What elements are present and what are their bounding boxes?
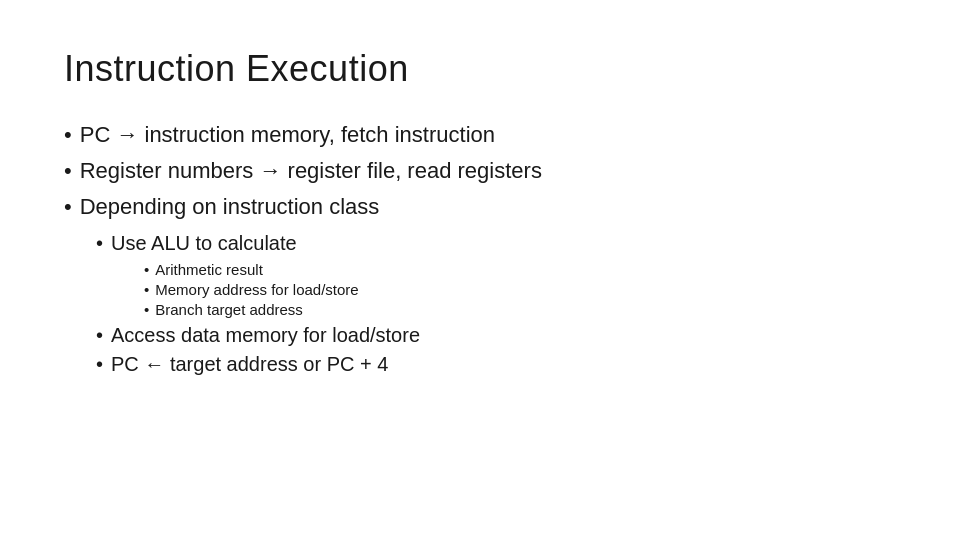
- sub-sub-bullet-1: • Arithmetic result: [144, 261, 896, 278]
- sub-sub-bullet-3: • Branch target address: [144, 301, 896, 318]
- sub-bullet-1-text: Use ALU to calculate: [111, 232, 297, 255]
- sub-sub-bullet-2: • Memory address for load/store: [144, 281, 896, 298]
- sub-bullet-3-text: PC ← target address or PC + 4: [111, 353, 388, 376]
- sub-sub-bullet-3-text: Branch target address: [155, 301, 303, 318]
- sub-sub-bullet-1-dot: •: [144, 261, 149, 278]
- bullet-1-text: PC → instruction memory, fetch instructi…: [80, 122, 495, 148]
- sub-sub-bullet-2-text: Memory address for load/store: [155, 281, 358, 298]
- sub-group-1: • Use ALU to calculate • Arithmetic resu…: [64, 232, 896, 382]
- sub-bullet-2-dot: •: [96, 324, 103, 347]
- sub-sub-bullet-2-dot: •: [144, 281, 149, 298]
- bullet-3-text: Depending on instruction class: [80, 194, 380, 220]
- slide-title: Instruction Execution: [64, 48, 896, 90]
- bullet-2: • Register numbers → register file, read…: [64, 158, 896, 184]
- sub-sub-bullet-1-text: Arithmetic result: [155, 261, 263, 278]
- sub-bullet-2-text: Access data memory for load/store: [111, 324, 420, 347]
- sub-bullet-1: • Use ALU to calculate: [96, 232, 896, 255]
- bullet-1: • PC → instruction memory, fetch instruc…: [64, 122, 896, 148]
- bullet-2-text: Register numbers → register file, read r…: [80, 158, 542, 184]
- content-area: • PC → instruction memory, fetch instruc…: [64, 122, 896, 386]
- bullet-2-dot: •: [64, 160, 72, 182]
- slide: Instruction Execution • PC → instruction…: [0, 0, 960, 540]
- sub-bullet-3-dot: •: [96, 353, 103, 376]
- sub-sub-group: • Arithmetic result • Memory address for…: [64, 261, 896, 318]
- bullet-3-dot: •: [64, 196, 72, 218]
- sub-bullet-3: • PC ← target address or PC + 4: [96, 353, 896, 376]
- sub-sub-bullet-3-dot: •: [144, 301, 149, 318]
- sub-bullet-1-dot: •: [96, 232, 103, 255]
- sub-bullet-2: • Access data memory for load/store: [96, 324, 896, 347]
- bullet-1-dot: •: [64, 124, 72, 146]
- bullet-3: • Depending on instruction class: [64, 194, 896, 220]
